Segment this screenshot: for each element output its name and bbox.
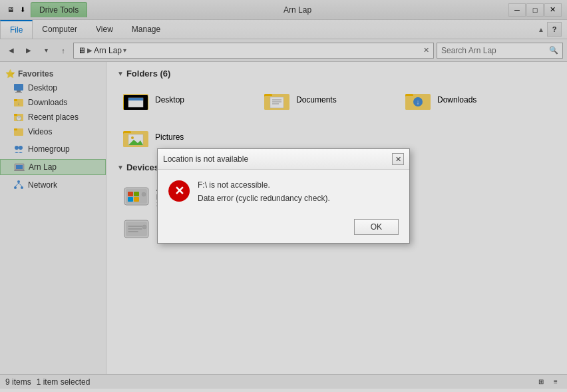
ok-button[interactable]: OK <box>354 219 399 235</box>
modal-title-bar: Location is not available ✕ <box>158 149 409 170</box>
error-circle: ✕ <box>168 180 190 202</box>
error-dialog: Location is not available ✕ ✕ F:\ is not… <box>157 148 410 244</box>
modal-overlay: Location is not available ✕ ✕ F:\ is not… <box>0 0 567 392</box>
modal-close-button[interactable]: ✕ <box>392 153 404 165</box>
modal-footer: OK <box>158 214 409 243</box>
modal-text: F:\ is not accessible. Data error (cycli… <box>198 180 399 203</box>
modal-text-line1: F:\ is not accessible. <box>198 180 399 190</box>
modal-text-line2: Data error (cyclic redundancy check). <box>198 194 399 203</box>
modal-body: ✕ F:\ is not accessible. Data error (cyc… <box>158 170 409 214</box>
modal-error-icon: ✕ <box>168 180 190 202</box>
modal-title: Location is not available <box>163 154 248 164</box>
